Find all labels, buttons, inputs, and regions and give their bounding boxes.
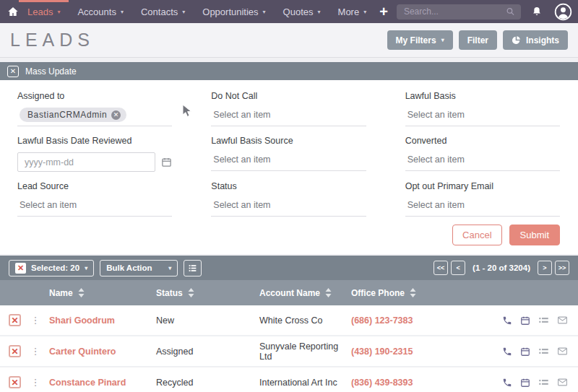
assigned-user-tag[interactable]: BastianCRMAdmin ✕ (20, 108, 126, 122)
lead-name-link[interactable]: Constance Pinard (49, 378, 156, 388)
bulk-action-button[interactable]: Bulk Action ▾ (100, 260, 178, 276)
main-nav: Leads ▾ Accounts ▾ Contacts ▾ Opportunit… (19, 0, 375, 23)
nav-item-contacts[interactable]: Contacts ▾ (132, 0, 194, 23)
row-checkbox[interactable]: ✕ (9, 345, 21, 357)
cancel-button[interactable]: Cancel (452, 225, 501, 245)
row-checkbox[interactable]: ✕ (9, 314, 21, 326)
calendar-icon[interactable] (520, 378, 530, 388)
pie-chart-icon (512, 35, 521, 45)
stream-icon[interactable] (538, 315, 549, 326)
chevron-down-icon: ▾ (85, 265, 87, 271)
calendar-icon[interactable] (520, 315, 530, 326)
phone-icon[interactable] (502, 378, 512, 388)
row-checkbox[interactable]: ✕ (9, 376, 21, 388)
phone-icon[interactable] (502, 347, 512, 357)
assigned-to-input[interactable]: BastianCRMAdmin ✕ (17, 108, 172, 126)
page-title: LEADS (10, 30, 95, 51)
sort-icon[interactable] (325, 288, 332, 297)
mass-update-title: Mass Update (25, 66, 77, 77)
selected-dropdown-button[interactable]: ✕ Selected: 20 ▾ (9, 260, 94, 276)
insights-button[interactable]: Insights (503, 30, 568, 50)
field-lawful-basis: Lawful Basis Select an item (405, 91, 560, 126)
column-header-office-phone[interactable]: Office Phone (351, 288, 465, 298)
home-button[interactable] (7, 0, 19, 23)
do-not-call-select[interactable]: Select an item (211, 108, 366, 126)
nav-item-opportunities[interactable]: Opportunities ▾ (194, 0, 274, 23)
avatar-icon (554, 3, 572, 21)
stream-icon[interactable] (538, 377, 549, 388)
row-menu-icon[interactable]: ⋮ (30, 377, 40, 388)
mass-update-close-button[interactable]: ✕ (7, 66, 19, 77)
close-icon: ✕ (10, 68, 16, 75)
prev-page-button[interactable]: < (451, 261, 465, 275)
mass-update-fields: Assigned to BastianCRMAdmin ✕ Do Not Cal… (17, 91, 560, 217)
search-input[interactable] (397, 4, 521, 19)
row-menu-icon[interactable]: ⋮ (30, 315, 40, 326)
next-page-button[interactable]: > (538, 261, 552, 275)
filter-button[interactable]: Filter (459, 30, 497, 50)
lead-office-phone[interactable]: (438) 190-2315 (351, 347, 465, 357)
email-icon[interactable] (557, 315, 568, 326)
lead-name-link[interactable]: Carter Quintero (49, 347, 156, 357)
column-header-status[interactable]: Status (156, 288, 259, 298)
table-row: ✕ ⋮ Carter Quintero Assigned Sunyvale Re… (0, 336, 578, 367)
lead-office-phone[interactable]: (686) 123-7383 (351, 315, 465, 326)
lawful-basis-source-select[interactable]: Select an item (211, 152, 366, 171)
phone-icon[interactable] (502, 315, 512, 326)
bell-icon (531, 6, 543, 17)
calendar-icon[interactable] (161, 157, 172, 167)
my-filters-button[interactable]: My Filters ▾ (387, 30, 453, 50)
email-icon[interactable] (557, 346, 568, 357)
table-row: ✕ ⋮ Constance Pinard Recycled Internatio… (0, 367, 578, 392)
row-actions (465, 346, 568, 357)
table-row: ✕ ⋮ Shari Goodrum New White Cross Co (68… (0, 305, 578, 336)
status-select[interactable]: Select an item (211, 198, 366, 217)
lead-status: Assigned (156, 347, 259, 357)
opt-out-primary-email-select[interactable]: Select an item (405, 198, 560, 217)
lead-status: New (156, 315, 259, 326)
lead-office-phone[interactable]: (836) 439-8393 (351, 378, 465, 388)
header-buttons: My Filters ▾ Filter Insights (387, 30, 568, 50)
chevron-down-icon: ▾ (318, 9, 321, 15)
date-reviewed-input[interactable] (17, 152, 155, 172)
sort-icon[interactable] (188, 288, 194, 297)
notifications-button[interactable] (521, 0, 550, 23)
lead-account-name: White Cross Co (259, 315, 351, 326)
nav-item-quotes[interactable]: Quotes ▾ (275, 0, 329, 23)
leads-list: ✕ ⋮ Shari Goodrum New White Cross Co (68… (0, 305, 578, 392)
first-page-button[interactable]: << (434, 261, 448, 275)
field-status: Status Select an item (211, 181, 366, 217)
calendar-icon[interactable] (520, 347, 530, 357)
sort-icon[interactable] (78, 288, 85, 297)
row-menu-icon[interactable]: ⋮ (30, 346, 40, 357)
submit-button[interactable]: Submit (509, 225, 560, 245)
mass-update-panel: Assigned to BastianCRMAdmin ✕ Do Not Cal… (0, 80, 578, 254)
list-toolbar: ✕ Selected: 20 ▾ Bulk Action ▾ << < (1 -… (0, 256, 578, 280)
chevron-down-icon: ▾ (121, 9, 124, 15)
user-menu-button[interactable] (550, 0, 572, 23)
mass-update-bar: ✕ Mass Update (0, 62, 578, 80)
converted-select[interactable]: Select an item (405, 152, 560, 171)
chevron-down-icon: ▾ (182, 9, 185, 15)
list-view-button[interactable] (184, 260, 202, 276)
lead-name-link[interactable]: Shari Goodrum (49, 315, 156, 326)
stream-icon[interactable] (538, 346, 549, 357)
lawful-basis-select[interactable]: Select an item (405, 108, 560, 126)
chevron-down-icon: ▾ (363, 9, 366, 15)
remove-tag-icon[interactable]: ✕ (111, 110, 121, 120)
nav-item-accounts[interactable]: Accounts ▾ (69, 0, 132, 23)
quick-create-button[interactable]: + (375, 0, 397, 23)
home-icon (7, 6, 19, 17)
last-page-button[interactable]: >> (555, 261, 569, 275)
panel-actions: Cancel Submit (17, 225, 560, 245)
nav-item-more[interactable]: More ▾ (329, 0, 376, 23)
email-icon[interactable] (557, 377, 568, 388)
chevron-down-icon: ▾ (57, 9, 60, 15)
lead-source-select[interactable]: Select an item (17, 198, 172, 217)
column-header-name[interactable]: Name (49, 288, 156, 298)
sort-icon[interactable] (410, 288, 416, 297)
nav-item-leads[interactable]: Leads ▾ (19, 0, 69, 23)
field-lead-source: Lead Source Select an item (17, 181, 172, 217)
top-navbar: Leads ▾ Accounts ▾ Contacts ▾ Opportunit… (0, 0, 578, 23)
column-header-account-name[interactable]: Account Name (259, 288, 351, 298)
